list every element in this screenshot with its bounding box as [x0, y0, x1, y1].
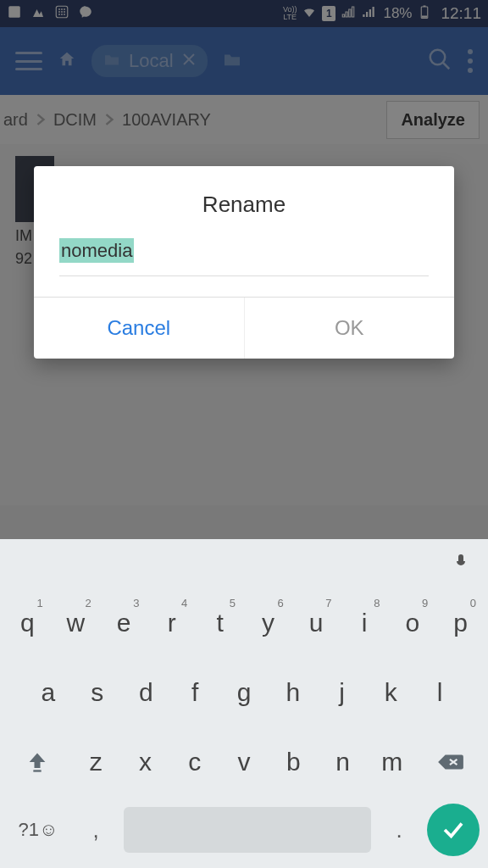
key-y[interactable]: y6 [246, 592, 291, 654]
key-v[interactable]: v [221, 731, 267, 793]
key-a[interactable]: a [25, 661, 71, 724]
symbols-key[interactable]: ?1☺ [8, 804, 68, 856]
key-u[interactable]: u7 [294, 592, 339, 654]
rename-input[interactable]: nomedia [59, 238, 134, 263]
key-m[interactable]: m [369, 731, 415, 793]
shift-key[interactable] [5, 731, 69, 793]
dialog-title: Rename [34, 192, 454, 218]
backspace-key[interactable] [419, 731, 483, 793]
soft-keyboard: q1w2e3r4t5y6u7i8o9p0 asdfghjkl zxcvbnm ?… [0, 539, 488, 868]
cancel-button[interactable]: Cancel [34, 298, 244, 359]
key-j[interactable]: j [319, 661, 365, 724]
enter-key[interactable] [427, 804, 480, 856]
space-key[interactable] [124, 807, 371, 853]
key-w[interactable]: w2 [53, 592, 98, 654]
key-q[interactable]: q1 [5, 592, 50, 654]
key-d[interactable]: d [124, 661, 169, 724]
key-r[interactable]: r4 [149, 592, 194, 654]
key-z[interactable]: z [73, 731, 119, 793]
key-t[interactable]: t5 [197, 592, 242, 654]
key-g[interactable]: g [221, 661, 267, 724]
svg-rect-15 [33, 770, 41, 771]
key-h[interactable]: h [270, 661, 316, 724]
rename-dialog: Rename nomedia Cancel OK [34, 166, 454, 359]
period-key[interactable]: . [378, 804, 420, 856]
mic-icon[interactable] [451, 550, 471, 577]
key-e[interactable]: e3 [102, 592, 147, 654]
key-l[interactable]: l [417, 661, 463, 724]
ok-button[interactable]: OK [244, 298, 455, 359]
key-b[interactable]: b [270, 731, 316, 793]
key-p[interactable]: p0 [438, 592, 483, 654]
key-n[interactable]: n [319, 731, 365, 793]
comma-key[interactable]: , [75, 804, 117, 856]
key-o[interactable]: o9 [390, 592, 435, 654]
key-i[interactable]: i8 [342, 592, 387, 654]
key-c[interactable]: c [172, 731, 218, 793]
key-k[interactable]: k [368, 661, 413, 724]
key-s[interactable]: s [75, 661, 120, 724]
key-f[interactable]: f [172, 661, 218, 724]
key-x[interactable]: x [122, 731, 168, 793]
